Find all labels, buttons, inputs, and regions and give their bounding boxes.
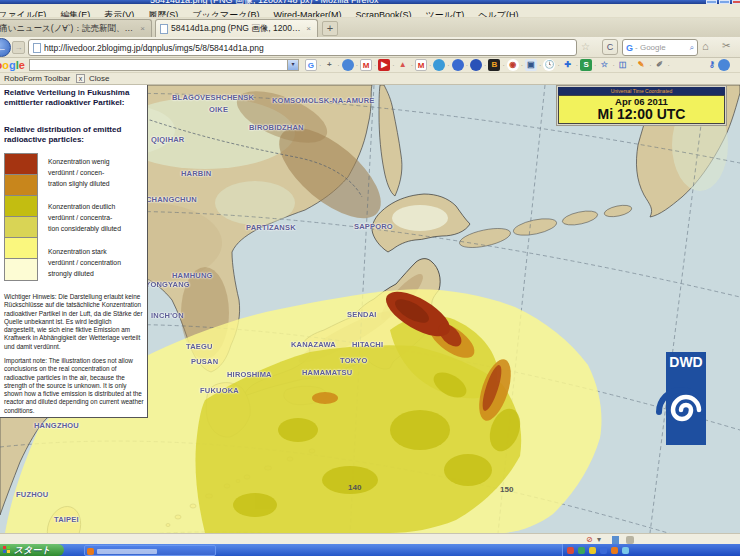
magnifier-icon[interactable]: ⌕ [690,43,694,53]
grip-icon[interactable] [626,536,634,544]
tray-icon[interactable] [600,547,607,554]
forecast-time: Mi 12:00 UTC [559,107,724,122]
clock-icon[interactable]: 🕓 [543,59,555,71]
panel-icon[interactable] [612,536,619,544]
gmail-icon[interactable]: M [360,59,372,71]
toolbar-search-input[interactable]: ▾ [29,59,299,71]
tab-close-icon[interactable]: × [138,23,147,34]
city-label: TAIPEI [54,515,79,524]
forward-button[interactable]: → [12,41,25,54]
menu-item[interactable]: ScrapBook(S) [348,9,418,18]
caret-down-icon[interactable]: ▾ [597,535,601,544]
menu-item[interactable]: ツール(T) [418,8,471,18]
pen-icon[interactable]: ✐ [653,59,665,71]
window-icon[interactable]: ▣ [525,59,537,71]
start-label: スタート [14,545,51,555]
windows-flag-icon [3,546,11,554]
toolbar-right-icons: ⚷ [706,59,730,71]
start-button[interactable]: スタート [0,544,64,556]
tray-icon[interactable] [567,547,574,554]
separator-dot: · [466,62,468,69]
city-label: HITACHI [352,340,383,349]
city-label: BLAGOVESHCHENSK [172,93,254,102]
legend-swatch [5,175,37,196]
scrapbook-icon[interactable]: S [580,59,592,71]
city-label: CHANGCHUN [146,195,197,204]
page-icon [160,24,168,34]
plus-icon[interactable]: + [323,59,335,71]
menu-item[interactable]: 編集(E) [53,8,97,18]
earth-icon[interactable] [433,59,445,71]
legend-swatch [5,154,37,175]
new-tab-button[interactable]: + [322,21,338,36]
arrow-up-icon[interactable]: ▲ [397,59,409,71]
toolbar-icons: G·+··M·▶·▲·M····B·◉·▣·🕓·✚·S·☆·◫·✎·✐· [305,59,706,71]
city-label: HIROSHIMA [227,370,272,379]
tab-news-label: 痛いニュース(ノ∀`)：読売新聞、放射性... [0,23,135,35]
menu-item[interactable]: Wired-Marker(M) [266,9,348,18]
longitude-label: 140 [348,483,361,492]
system-tray [562,544,740,556]
chevron-down-icon[interactable]: ▾ [287,60,298,70]
separator-dot: · [539,62,541,69]
star-icon[interactable]: ☆ [598,59,610,71]
separator-dot: · [374,62,376,69]
gem-plus-icon[interactable]: ✚ [562,59,574,71]
url-field[interactable]: http://livedoor.2blogimg.jp/dqnplus/imgs… [28,39,577,56]
tray-icon[interactable] [622,547,629,554]
separator-dot: · [502,62,504,69]
dwd-text: DWD [669,354,702,370]
tray-icon[interactable] [589,547,596,554]
adblock-icon[interactable]: ⊘ [586,535,593,544]
google-icon[interactable]: G [305,59,317,71]
legend-title-de: Relative Verteilung in Fukushima emittie… [4,88,144,108]
legend-swatch [5,238,37,259]
city-label: PARTIZANSK [246,223,296,232]
clip-button[interactable]: ✂ [722,40,730,51]
roboform-label[interactable]: RoboForm Toolbar [4,74,70,83]
menu-item[interactable]: ヘルプ(H) [471,8,525,18]
forecast-datebox: Universal Time Coordinated Apr 06 2011 M… [556,85,727,126]
back-button[interactable]: ← [0,38,11,57]
sphere3-icon[interactable] [718,59,730,71]
city-label: TAEGU [186,342,213,351]
tab-strip: 痛いニュース(ノ∀`)：読売新聞、放射性... × 58414d1a.png (… [0,18,740,37]
globe-icon[interactable] [342,59,354,71]
tab-image-active[interactable]: 58414d1a.png (PNG 画像, 1200x748 px) × [155,19,318,37]
sphere2-icon[interactable] [470,59,482,71]
city-label: QIQIHAR [151,135,184,144]
city-label: SENDAI [347,310,377,319]
tab-close-icon[interactable]: × [304,23,313,34]
tab-news[interactable]: 痛いニュース(ノ∀`)：読売新聞、放射性... × [0,19,152,37]
menu-items[interactable]: ファイル(F)編集(E)表示(V)履歴(S)ブックマーク(B)Wired-Mar… [0,4,740,18]
tray-icon[interactable] [611,547,618,554]
datebox-header: Universal Time Coordinated [558,87,725,95]
city-label: KANAZAWA [291,340,336,349]
reload-button[interactable]: C [602,39,618,55]
key-icon[interactable]: ⚷ [706,59,718,71]
taskbar: スタート [0,544,740,556]
site-icon [33,43,41,53]
separator-dot: · [337,62,339,69]
contacts-icon[interactable]: ◫ [617,59,629,71]
tray-icon[interactable] [578,547,585,554]
menu-item[interactable]: 履歴(S) [141,8,185,18]
menu-item[interactable]: ファイル(F) [0,8,53,18]
bookmark-star-icon[interactable]: ☆ [581,41,590,52]
roboform-close-icon[interactable]: x [76,74,85,83]
roboform-toolbar: RoboForm Toolbar x Close [0,73,740,85]
search-box[interactable]: G - Google ⌕ [622,39,698,56]
menu-item[interactable]: ブックマーク(B) [185,8,266,18]
taskbar-task-button[interactable] [84,545,216,556]
roboform-close-label[interactable]: Close [89,74,109,83]
menu-item[interactable]: 表示(V) [97,8,141,18]
compass-icon[interactable]: ◉ [507,59,519,71]
blogger-icon[interactable]: B [488,59,500,71]
highlighter-icon[interactable]: ✎ [635,59,647,71]
youtube-icon[interactable]: ▶ [378,59,390,71]
legend-label: Konzentration wenig verdünnt / concen- t… [48,156,146,189]
gmail2-icon[interactable]: M [415,59,427,71]
google-logo: Google [0,59,25,71]
home-button[interactable]: ⌂ [702,40,709,52]
sphere-icon[interactable] [452,59,464,71]
